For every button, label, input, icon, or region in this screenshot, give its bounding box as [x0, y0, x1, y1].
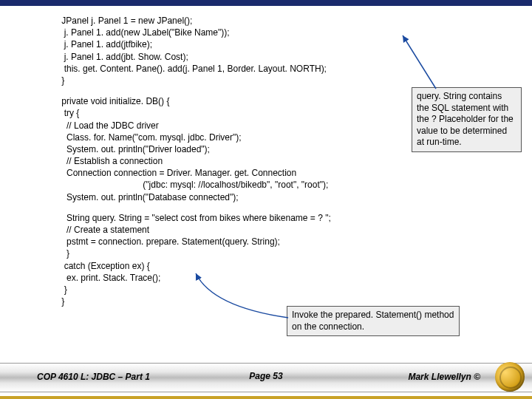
bottom-accent: [0, 396, 532, 399]
code-block-1: JPanel j. Panel 1 = new JPanel(); j. Pan…: [59, 15, 517, 86]
course-title: COP 4610 L: JDBC – Part 1: [37, 372, 150, 382]
callout-query-string: query. String contains the SQL statement…: [412, 87, 522, 152]
ucf-logo: [495, 362, 525, 392]
footer: Page 53 COP 4610 L: JDBC – Part 1 Mark L…: [0, 363, 532, 396]
code-block-3: String query. String = "select cost from…: [59, 212, 517, 308]
author: Mark Llewellyn ©: [408, 372, 480, 382]
callout-prepared-statement: Invoke the prepared. Statement() method …: [287, 306, 460, 336]
top-border: [0, 0, 532, 6]
slide-content: JPanel j. Panel 1 = new JPanel(); j. Pan…: [59, 15, 517, 307]
